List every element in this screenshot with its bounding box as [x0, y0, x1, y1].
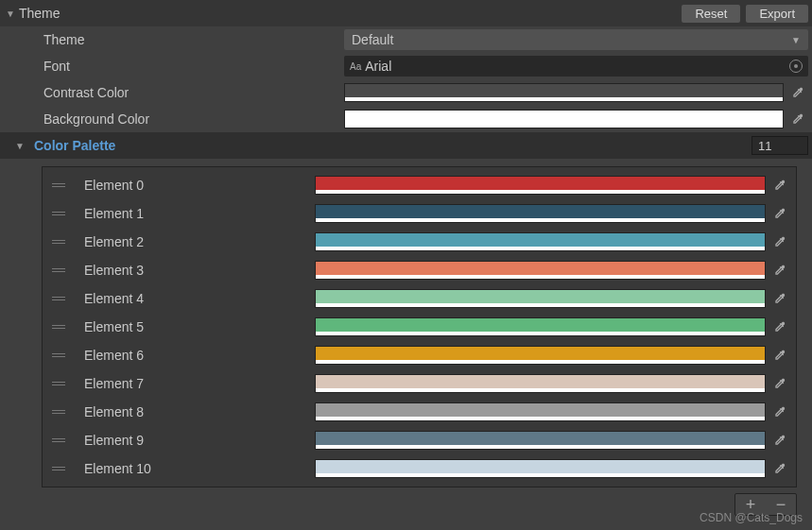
element-label: Element 7: [69, 376, 315, 391]
eyedropper-icon[interactable]: [769, 288, 790, 309]
palette-title: Color Palette: [28, 138, 752, 153]
foldout-icon[interactable]: ▼: [15, 141, 28, 151]
element-color-field[interactable]: [315, 459, 766, 478]
palette-element-row: Element 10: [43, 454, 796, 483]
drag-handle-icon[interactable]: [48, 183, 69, 187]
alpha-bar: [316, 473, 765, 477]
drag-handle-icon[interactable]: [48, 240, 69, 244]
palette-element-row: Element 0: [43, 171, 796, 199]
alpha-bar: [316, 360, 765, 364]
element-label: Element 6: [69, 348, 315, 363]
element-swatch: [316, 318, 765, 332]
element-color-field[interactable]: [315, 374, 766, 393]
font-value: Arial: [365, 59, 391, 74]
element-label: Element 9: [69, 433, 315, 448]
export-button[interactable]: Export: [746, 5, 808, 23]
object-picker-icon[interactable]: [789, 60, 803, 73]
element-label: Element 1: [69, 206, 315, 221]
element-color-field[interactable]: [315, 289, 766, 308]
eyedropper-icon[interactable]: [769, 316, 790, 337]
reset-button[interactable]: Reset: [682, 5, 740, 23]
element-color-field[interactable]: [315, 232, 766, 251]
palette-element-row: Element 4: [43, 284, 796, 313]
alpha-bar: [316, 275, 765, 279]
eyedropper-icon[interactable]: [769, 373, 790, 394]
eyedropper-icon[interactable]: [787, 82, 808, 103]
contrast-color-field[interactable]: [344, 83, 784, 102]
palette-element-row: Element 6: [43, 341, 796, 369]
element-swatch: [316, 403, 765, 417]
element-swatch: [316, 375, 765, 388]
contrast-color-row: Contrast Color: [0, 79, 812, 106]
palette-list: Element 0Element 1Element 2Element 3Elem…: [42, 166, 797, 487]
theme-property-row: Theme Default ▼: [0, 26, 812, 53]
drag-handle-icon[interactable]: [48, 438, 69, 442]
contrast-swatch: [345, 84, 783, 97]
element-color-field[interactable]: [315, 346, 766, 365]
element-color-field[interactable]: [315, 317, 766, 336]
eyedropper-icon[interactable]: [769, 345, 790, 366]
alpha-bar: [316, 445, 765, 449]
element-swatch: [316, 432, 765, 445]
alpha-bar: [316, 332, 765, 335]
eyedropper-icon[interactable]: [769, 260, 790, 281]
element-swatch: [316, 177, 765, 190]
element-swatch: [316, 460, 765, 473]
eyedropper-icon[interactable]: [787, 109, 808, 129]
palette-element-row: Element 9: [43, 426, 796, 454]
dropdown-arrow-icon: ▼: [791, 35, 801, 45]
theme-dropdown[interactable]: Default ▼: [344, 29, 808, 50]
element-label: Element 2: [69, 234, 315, 249]
theme-label: Theme: [4, 32, 344, 47]
eyedropper-icon[interactable]: [769, 430, 790, 451]
alpha-bar: [345, 124, 783, 128]
element-label: Element 3: [69, 263, 315, 278]
element-color-field[interactable]: [315, 402, 766, 421]
element-color-field[interactable]: [315, 176, 766, 195]
alpha-bar: [316, 218, 765, 222]
eyedropper-icon[interactable]: [769, 231, 790, 252]
palette-element-row: Element 5: [43, 313, 796, 341]
drag-handle-icon[interactable]: [48, 268, 69, 272]
element-swatch: [316, 347, 765, 360]
eyedropper-icon[interactable]: [769, 203, 790, 224]
color-palette-header: ▼ Color Palette 11: [0, 132, 812, 159]
theme-dropdown-value: Default: [352, 32, 393, 47]
list-footer: + −: [0, 491, 812, 518]
background-color-field[interactable]: [344, 110, 784, 128]
drag-handle-icon[interactable]: [48, 353, 69, 357]
drag-handle-icon[interactable]: [48, 325, 69, 329]
palette-element-row: Element 7: [43, 369, 796, 398]
palette-element-row: Element 3: [43, 256, 796, 284]
alpha-bar: [345, 97, 783, 101]
eyedropper-icon[interactable]: [769, 458, 790, 479]
alpha-bar: [316, 417, 765, 420]
drag-handle-icon[interactable]: [48, 382, 69, 385]
alpha-bar: [316, 388, 765, 392]
element-label: Element 5: [69, 319, 315, 334]
background-swatch: [345, 111, 783, 124]
alpha-bar: [316, 190, 765, 194]
eyedropper-icon[interactable]: [769, 402, 790, 422]
element-label: Element 4: [69, 291, 315, 306]
palette-element-row: Element 8: [43, 398, 796, 426]
element-color-field[interactable]: [315, 261, 766, 280]
contrast-label: Contrast Color: [4, 85, 344, 100]
element-swatch: [316, 233, 765, 247]
drag-handle-icon[interactable]: [48, 297, 69, 300]
element-label: Element 0: [69, 178, 315, 193]
drag-handle-icon[interactable]: [48, 410, 69, 414]
foldout-icon[interactable]: ▼: [4, 9, 17, 19]
element-color-field[interactable]: [315, 431, 766, 450]
drag-handle-icon[interactable]: [48, 212, 69, 215]
alpha-bar: [316, 303, 765, 307]
eyedropper-icon[interactable]: [769, 175, 790, 196]
palette-count-field[interactable]: 11: [752, 136, 808, 155]
font-object-field[interactable]: Aa Arial: [344, 56, 808, 77]
palette-element-row: Element 1: [43, 199, 796, 228]
font-icon: Aa: [350, 61, 361, 72]
background-color-row: Background Color: [0, 106, 812, 132]
element-color-field[interactable]: [315, 204, 766, 223]
drag-handle-icon[interactable]: [48, 467, 69, 470]
element-label: Element 8: [69, 404, 315, 419]
